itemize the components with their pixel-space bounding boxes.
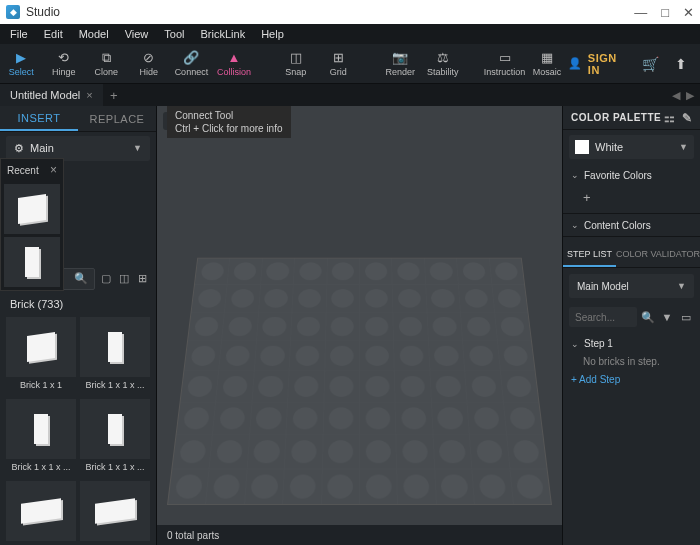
stud[interactable]: [287, 403, 324, 435]
recent-part[interactable]: [4, 237, 60, 287]
step-search-input[interactable]: [569, 307, 637, 327]
stud[interactable]: [397, 435, 434, 468]
stud[interactable]: [288, 371, 324, 401]
stud[interactable]: [168, 469, 209, 504]
stud[interactable]: [261, 258, 294, 284]
clone-tool[interactable]: ⧉Clone: [85, 44, 128, 84]
stud[interactable]: [322, 469, 359, 504]
part-item[interactable]: Brick 1 x 1 x ...: [80, 317, 150, 395]
filter-icon[interactable]: ▼: [659, 309, 675, 325]
tab-next[interactable]: ▶: [686, 89, 694, 102]
hide-tool[interactable]: ⊘Hide: [128, 44, 171, 84]
stud[interactable]: [360, 258, 392, 284]
stud[interactable]: [245, 469, 284, 504]
favorite-colors-section[interactable]: ⌄Favorite Colors: [563, 164, 700, 186]
render-tool[interactable]: 📷Render: [379, 44, 422, 84]
stud[interactable]: [360, 469, 397, 504]
stud[interactable]: [394, 313, 428, 341]
new-tab-button[interactable]: +: [103, 88, 125, 103]
stud[interactable]: [290, 341, 325, 370]
stud[interactable]: [470, 435, 509, 468]
part-item[interactable]: Brick 1 x 1 x ...: [80, 399, 150, 477]
stud[interactable]: [188, 313, 224, 341]
menu-bricklink[interactable]: BrickLink: [201, 28, 246, 40]
select-tool[interactable]: ▶Select: [0, 44, 43, 84]
cart-button[interactable]: 🛒: [640, 53, 661, 75]
stud[interactable]: [323, 403, 359, 435]
stud[interactable]: [427, 313, 462, 341]
content-colors-section[interactable]: ⌄Content Colors: [563, 214, 700, 236]
stud[interactable]: [473, 469, 513, 504]
close-icon[interactable]: ×: [50, 163, 57, 177]
tab-color-validator[interactable]: COLOR VALIDATOR: [616, 243, 700, 267]
stud[interactable]: [504, 403, 543, 435]
menu-file[interactable]: File: [10, 28, 28, 40]
close-icon[interactable]: ×: [86, 89, 92, 101]
mosaic-tool[interactable]: ▦Mosaic: [526, 44, 569, 84]
part-item[interactable]: Brick 1 x 1 x ...: [6, 399, 76, 477]
stud[interactable]: [324, 371, 359, 401]
upload-button[interactable]: ⬆: [671, 53, 692, 75]
minimize-button[interactable]: —: [634, 5, 647, 20]
stud[interactable]: [228, 258, 262, 284]
step-1[interactable]: ⌄Step 1: [563, 334, 700, 353]
stud[interactable]: [222, 313, 258, 341]
menu-tool[interactable]: Tool: [164, 28, 184, 40]
snap-tool[interactable]: ◫Snap: [275, 44, 318, 84]
eyedropper-icon[interactable]: ✎: [682, 111, 693, 125]
grid-tool[interactable]: ⊞Grid: [317, 44, 360, 84]
baseplate[interactable]: [167, 258, 552, 505]
tab-step-list[interactable]: STEP LIST: [563, 243, 616, 267]
stud[interactable]: [425, 258, 458, 284]
stud[interactable]: [394, 341, 429, 370]
viewport[interactable]: Connect ToolCtrl + Click for more info ■…: [157, 106, 562, 545]
stud[interactable]: [327, 258, 359, 284]
stud[interactable]: [396, 403, 433, 435]
stud[interactable]: [213, 403, 251, 435]
tab-prev[interactable]: ◀: [672, 89, 680, 102]
stud[interactable]: [225, 285, 260, 312]
stud[interactable]: [252, 371, 288, 401]
stud[interactable]: [360, 435, 397, 468]
stud[interactable]: [184, 341, 221, 370]
filter-icon[interactable]: ⚏: [664, 111, 676, 125]
stud[interactable]: [325, 341, 359, 370]
stud[interactable]: [195, 258, 230, 284]
stud[interactable]: [432, 403, 469, 435]
stud[interactable]: [219, 341, 255, 370]
category-dropdown[interactable]: ⚙ Main ▼: [6, 136, 150, 160]
view-grid[interactable]: ⊞: [134, 271, 150, 287]
instruction-tool[interactable]: ▭Instruction: [483, 44, 526, 84]
stud[interactable]: [492, 285, 527, 312]
stud[interactable]: [326, 313, 360, 341]
vr-icon[interactable]: ▭: [678, 309, 694, 325]
part-item[interactable]: Brick 1 x 1: [6, 317, 76, 395]
stud[interactable]: [177, 403, 216, 435]
stud[interactable]: [360, 371, 395, 401]
signin-button[interactable]: 👤SIGN IN: [568, 52, 629, 76]
stud[interactable]: [393, 285, 426, 312]
stud[interactable]: [430, 371, 466, 401]
stud[interactable]: [283, 469, 321, 504]
stud[interactable]: [457, 258, 491, 284]
stud[interactable]: [192, 285, 227, 312]
stud[interactable]: [257, 313, 292, 341]
tab-untitled-model[interactable]: Untitled Model×: [0, 84, 103, 106]
stud[interactable]: [322, 435, 359, 468]
stud[interactable]: [360, 313, 393, 341]
stud[interactable]: [360, 341, 394, 370]
model-dropdown[interactable]: Main Model▼: [569, 274, 694, 298]
color-dropdown[interactable]: White ▼: [569, 135, 694, 159]
part-item[interactable]: Brick 1 x ...: [80, 481, 150, 545]
stud[interactable]: [360, 285, 393, 312]
stud[interactable]: [326, 285, 359, 312]
stud[interactable]: [465, 371, 502, 401]
stud[interactable]: [498, 341, 535, 370]
stud[interactable]: [433, 435, 471, 468]
stud[interactable]: [250, 403, 287, 435]
stability-tool[interactable]: ⚖Stability: [421, 44, 464, 84]
view-medium[interactable]: ◫: [116, 271, 132, 287]
stud[interactable]: [392, 258, 425, 284]
stud[interactable]: [395, 371, 431, 401]
stud[interactable]: [510, 469, 551, 504]
